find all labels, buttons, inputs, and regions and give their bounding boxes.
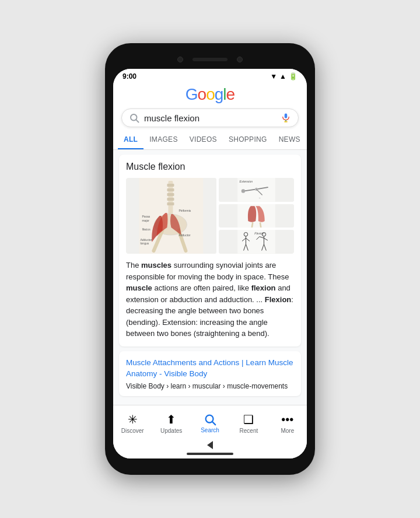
status-time: 9:00 [123,72,136,80]
svg-rect-30 [237,204,275,228]
svg-text:Piriformis: Piriformis [178,209,191,212]
svg-text:Iliacus: Iliacus [142,228,150,231]
discover-icon: ✳ [128,412,138,426]
nav-updates[interactable]: ⬆ Updates [152,412,190,434]
svg-text:longus: longus [140,242,149,245]
home-bar [187,453,233,455]
svg-point-27 [242,189,245,192]
nav-recent[interactable]: ❑ Recent [229,412,268,434]
google-logo: Google [186,85,235,104]
result-description: The muscles surrounding synovial joints … [126,260,294,340]
tab-news[interactable]: NEWS [273,131,306,149]
svg-line-32 [260,223,261,228]
navigation-back[interactable] [113,440,307,450]
bold-flexion2: Flexion [265,295,292,304]
extension-image[interactable]: Extension → [219,178,294,202]
bold-muscles: muscles [141,261,172,270]
result-link[interactable]: Muscle Attachments and Actions | Learn M… [126,358,293,379]
status-bar: 9:00 ▼ ▲ 🔋 [113,69,307,82]
back-arrow-icon [207,441,213,449]
svg-text:major: major [142,219,149,222]
search-bar-wrapper: muscle flexion [113,106,307,131]
result-link-section[interactable]: Muscle Attachments and Actions | Learn M… [119,351,301,397]
svg-line-1 [136,120,138,122]
tab-shopping[interactable]: SHOPPING [223,131,273,149]
svg-line-31 [252,223,253,228]
nav-recent-label: Recent [240,428,258,434]
wifi-icon: ▼ [270,72,277,80]
search-results-area[interactable]: Muscle flexion [113,150,307,405]
nav-search[interactable]: Search [191,413,229,433]
tab-images[interactable]: IMAGES [144,131,183,149]
result-breadcrumb: Visible Body › learn › muscular › muscle… [126,382,294,390]
result-images-row[interactable]: Psoas major Piriformis Iliacus Adductor … [126,178,294,254]
more-icon: ••• [281,413,293,426]
anatomy-side-images: Extension → [219,178,294,254]
anatomy-main-image[interactable]: Psoas major Piriformis Iliacus Adductor … [126,178,216,254]
svg-rect-11 [167,202,174,205]
front-camera [177,57,183,62]
svg-rect-9 [167,193,174,196]
tab-more-tab[interactable]: M [306,131,307,149]
tab-all[interactable]: ALL [118,131,144,149]
nav-more-label: More [281,428,294,434]
bold-muscle: muscle [126,284,152,292]
nav-updates-label: Updates [160,428,182,434]
front-camera-2 [237,57,243,62]
svg-rect-7 [167,184,174,187]
search-bar[interactable]: muscle flexion [121,108,299,127]
muscle-leg-image[interactable] [219,204,294,228]
muscle-flexion-card: Muscle flexion [119,155,301,346]
phone-screen: 9:00 ▼ ▲ 🔋 Google muscle flexion [113,69,307,459]
svg-text:Adductor: Adductor [178,233,190,237]
svg-text:→: → [258,197,261,200]
google-header: Google [113,82,307,106]
search-nav-icon [204,413,216,426]
svg-rect-10 [167,198,174,201]
nav-discover[interactable]: ✳ Discover [113,412,152,434]
svg-text:Extension: Extension [239,180,253,183]
phone-notch [113,51,307,68]
updates-icon: ⬆ [166,412,176,426]
mic-icon[interactable] [281,113,291,123]
bottom-navigation: ✳ Discover ⬆ Updates Search ❑ Recent ••• [113,405,307,440]
phone-frame: 9:00 ▼ ▲ 🔋 Google muscle flexion [105,43,315,475]
flexion-image[interactable]: Flexion [219,230,294,254]
search-icon [129,113,139,123]
nav-discover-label: Discover [121,428,144,434]
logo-e: e [226,85,235,103]
speaker-grille [192,58,228,61]
signal-icon: ▲ [279,72,286,80]
svg-text:Psoas: Psoas [142,215,150,218]
nav-more[interactable]: ••• More [268,413,307,434]
card-title: Muscle flexion [126,162,294,172]
logo-o1: o [198,85,206,103]
bold-flexion: flexion [251,284,276,292]
nav-search-label: Search [201,427,219,433]
recent-icon: ❑ [243,412,254,426]
tab-videos[interactable]: VIDEOS [184,131,223,149]
search-query: muscle flexion [144,113,276,123]
svg-rect-8 [167,188,174,191]
logo-o2: o [206,85,215,103]
logo-g: G [186,85,198,103]
search-tabs: ALL IMAGES VIDEOS SHOPPING NEWS M [113,131,307,150]
svg-rect-2 [285,114,288,118]
logo-g2: g [215,85,223,103]
battery-icon: 🔋 [289,72,298,80]
status-icons: ▼ ▲ 🔋 [270,72,298,80]
home-indicator[interactable] [113,450,307,459]
svg-line-49 [212,422,215,425]
